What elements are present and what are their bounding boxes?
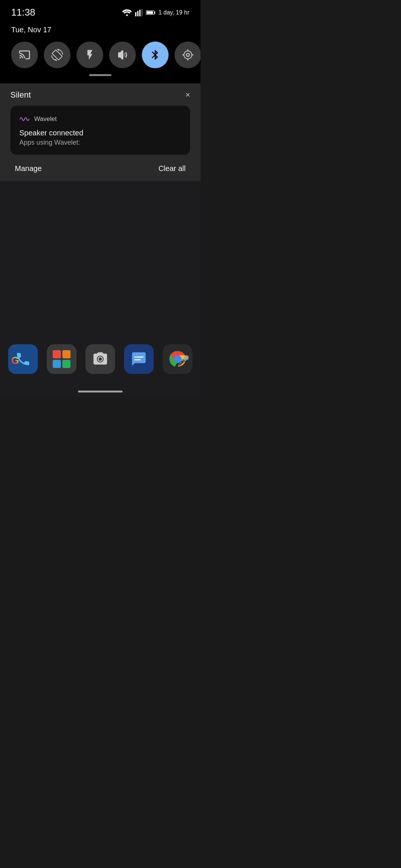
extra-dim-icon	[117, 49, 128, 61]
home-area: G 🎤	[0, 181, 200, 396]
bluetooth-icon	[149, 49, 161, 61]
cast-tile[interactable]	[11, 42, 38, 68]
status-bar: 11:38 1 day, 19 hr	[0, 0, 200, 22]
clear-all-button[interactable]: Clear all	[156, 163, 189, 174]
battery-icon	[146, 10, 156, 16]
notification-section: Silent × Wavelet Speaker connected Apps …	[0, 83, 200, 181]
svg-point-7	[186, 53, 189, 56]
svg-rect-5	[154, 11, 155, 13]
quick-tiles	[11, 42, 189, 68]
notif-header: Wavelet	[19, 114, 181, 124]
status-right-icons: 1 day, 19 hr	[122, 9, 189, 16]
battery-text: 1 day, 19 hr	[159, 9, 189, 16]
flashlight-tile[interactable]	[76, 42, 103, 68]
date-text: Tue, Nov 17	[11, 26, 51, 34]
cast-icon	[19, 49, 30, 61]
notif-title: Speaker connected	[19, 129, 181, 137]
focus-mode-icon	[182, 49, 194, 61]
flashlight-icon	[84, 49, 96, 61]
focus-mode-tile[interactable]	[175, 42, 200, 68]
silent-row: Silent ×	[10, 90, 190, 100]
rotate-tile[interactable]	[44, 42, 71, 68]
svg-rect-3	[141, 9, 142, 16]
manage-button[interactable]: Manage	[12, 163, 45, 174]
svg-rect-2	[139, 10, 140, 16]
extra-dim-tile[interactable]	[109, 42, 136, 68]
svg-rect-1	[137, 11, 138, 16]
signal-icon	[135, 9, 143, 16]
notif-app-name: Wavelet	[34, 115, 57, 123]
bluetooth-tile[interactable]	[142, 42, 169, 68]
svg-rect-6	[146, 11, 153, 14]
status-time: 11:38	[11, 7, 35, 18]
wifi-icon	[122, 9, 132, 16]
silent-label: Silent	[10, 90, 31, 100]
wavelet-icon	[19, 114, 30, 124]
notif-body: Apps using Wavelet:	[19, 139, 181, 147]
google-g-icon: G	[11, 355, 19, 366]
silent-close-button[interactable]: ×	[185, 91, 190, 99]
home-indicator	[78, 391, 123, 392]
panel-handle	[89, 74, 111, 76]
svg-rect-0	[135, 12, 136, 16]
actions-row: Manage Clear all	[10, 163, 190, 174]
date-row: Tue, Nov 17	[11, 26, 189, 34]
quick-settings-panel: Tue, Nov 17	[0, 22, 200, 83]
google-mic-icon: 🎤	[177, 355, 189, 366]
google-bar: G 🎤	[11, 355, 189, 366]
rotate-icon	[51, 49, 63, 61]
svg-point-8	[184, 51, 192, 59]
wavelet-notification-card[interactable]: Wavelet Speaker connected Apps using Wav…	[10, 106, 190, 155]
